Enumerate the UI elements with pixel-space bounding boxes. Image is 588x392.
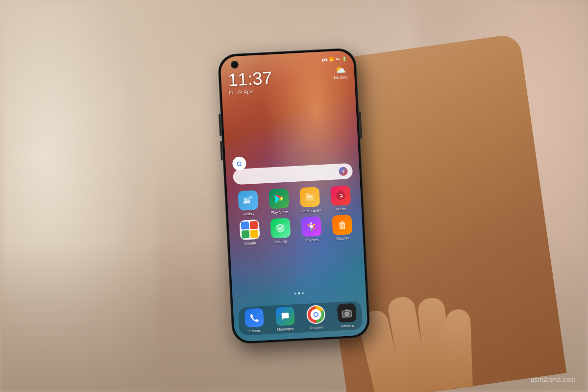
app-themes[interactable]: Themes [298,216,325,243]
svg-point-8 [310,222,312,224]
dock-messages[interactable]: Messages [273,306,296,332]
wifi-icon: 📶 [329,57,334,62]
music-label: Music [336,207,346,212]
security-icon[interactable] [270,218,291,239]
svg-point-7 [309,224,313,228]
google-icon[interactable] [239,220,260,240]
svg-rect-14 [340,224,344,229]
camera-app-icon[interactable] [337,303,356,323]
phone-dock-label: Phone [249,328,260,333]
app-row-2: Google Security [233,214,358,246]
camera-dock-label: Camera [341,323,354,328]
security-label: Security [274,239,288,244]
themes-label: Themes [305,238,318,243]
cleaner-icon[interactable] [332,215,352,235]
phone-wrapper: ▮▮▮ 📶 4G 🔋 11:37 Fri, 24 April ⛅ No data… [218,48,370,344]
filemanager-label: File Manager [299,208,321,213]
messages-app-icon[interactable] [275,306,294,326]
voice-search-button[interactable]: 🎙 [339,167,348,176]
app-music[interactable]: Music [327,185,354,212]
svg-point-13 [307,224,310,226]
phone-body: ▮▮▮ 📶 4G 🔋 11:37 Fri, 24 April ⛅ No data… [218,48,370,344]
app-playstore[interactable]: Play Store [266,188,293,215]
google-label: Google [244,241,256,245]
svg-point-12 [307,227,310,229]
messages-dock-label: Messages [277,326,294,332]
gallery-icon[interactable] [238,190,258,211]
svg-rect-15 [339,222,345,224]
weather-icon: ⛅ [333,64,347,75]
filemanager-icon[interactable] [299,187,320,207]
chrome-dock-label: Chrome [310,325,323,330]
dock-camera[interactable]: Camera [335,303,358,329]
status-icons: ▮▮▮ 📶 4G 🔋 [322,56,347,62]
cleaner-label: Cleaner [336,236,349,241]
playstore-label: Play Store [271,210,288,215]
dot-2 [298,293,300,294]
playstore-icon[interactable] [269,189,289,209]
svg-rect-3 [305,194,314,201]
dock-phone[interactable]: Phone [243,308,266,333]
dot-3 [302,292,304,294]
phone-app-icon[interactable] [244,308,264,328]
signal-icon: ▮▮▮ [322,58,328,62]
weather-widget: ⛅ No data [333,64,348,80]
app-gallery[interactable]: Gallery [235,190,262,217]
themes-icon[interactable] [301,216,321,237]
volume-down-button [220,141,223,161]
svg-point-9 [313,223,315,226]
watermark: gsm2rena.com [531,376,576,383]
chrome-app-icon[interactable] [306,305,325,324]
weather-text: No data [334,75,347,80]
clock-time: 11:37 [228,69,273,89]
app-security[interactable]: Security [267,218,294,245]
music-icon[interactable] [330,185,351,206]
svg-point-6 [336,191,345,200]
app-grid: Gallery Play Store [232,185,358,250]
dot-1 [294,293,296,294]
phone-screen: ▮▮▮ 📶 4G 🔋 11:37 Fri, 24 April ⛅ No data… [220,50,368,342]
app-filemanager[interactable]: File Manager [296,187,323,214]
clock-widget: 11:37 Fri, 24 April [228,69,273,96]
app-google[interactable]: Google [236,220,263,246]
app-cleaner[interactable]: Cleaner [329,215,356,242]
dock-chrome[interactable]: Chrome [304,305,327,330]
svg-point-11 [310,228,313,231]
battery-icon: 🔋 [342,56,346,61]
4g-icon: 4G [336,57,341,61]
svg-point-10 [313,227,315,229]
gallery-label: Gallery [243,211,254,216]
